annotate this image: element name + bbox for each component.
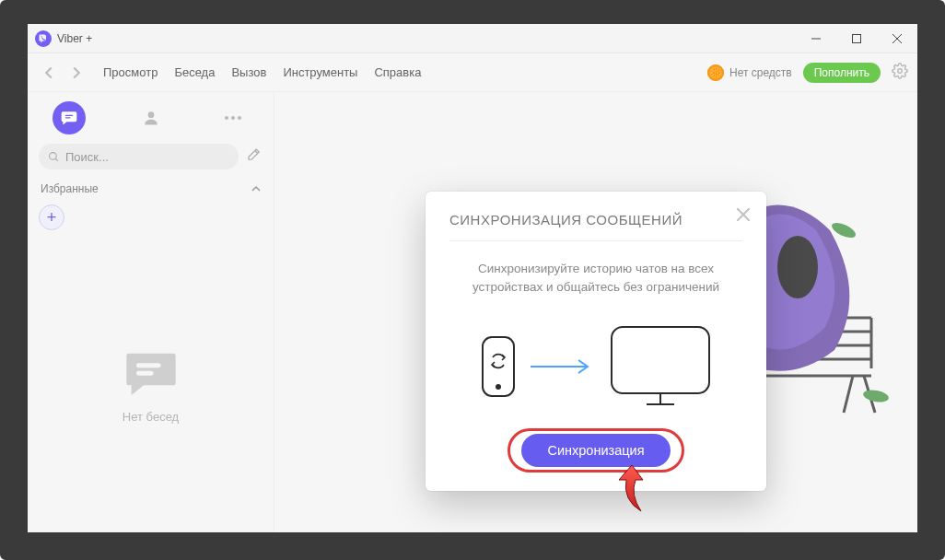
window-title: Viber + [57, 32, 92, 45]
add-favorite-button[interactable]: + [39, 204, 64, 230]
empty-label: Нет бесед [122, 410, 179, 424]
menu-tools[interactable]: Инструменты [283, 65, 357, 79]
tab-more[interactable] [216, 101, 250, 134]
menu-chat[interactable]: Беседа [174, 65, 215, 79]
svg-point-4 [898, 68, 903, 73]
sync-button[interactable]: Синхронизация [521, 434, 670, 467]
modal-close-button[interactable] [737, 208, 750, 225]
svg-point-8 [50, 152, 57, 159]
menu-help[interactable]: Справка [374, 65, 421, 79]
favorites-section[interactable]: Избранные [28, 177, 274, 201]
svg-point-19 [496, 385, 500, 389]
toolbar: Просмотр Беседа Вызов Инструменты Справк… [28, 53, 917, 92]
sync-modal: СИНХРОНИЗАЦИЯ СООБЩЕНИЙ Синхронизируйте … [426, 192, 766, 491]
compose-button[interactable] [246, 146, 262, 167]
sidebar: Поиск... Избранные + Нет бесед [28, 92, 274, 532]
modal-title: СИНХРОНИЗАЦИЯ СООБЩЕНИЙ [449, 212, 742, 241]
sync-illustration [449, 325, 742, 408]
empty-chats: Нет бесед [28, 234, 274, 532]
svg-point-7 [147, 111, 154, 118]
modal-body: Синхронизируйте историю чатов на всех ус… [449, 241, 742, 303]
app-window: Viber + Просмотр Беседа Вызов Инструмент… [28, 24, 917, 532]
credit-status[interactable]: Нет средств [707, 64, 792, 81]
credit-label: Нет средств [729, 66, 792, 79]
arrow-right-icon [531, 358, 595, 375]
content-area: здесь. Выберите контакт, чтобы начать ра… [274, 92, 917, 532]
svg-rect-6 [64, 117, 70, 118]
chat-bubble-icon [122, 344, 181, 402]
svg-rect-5 [64, 115, 72, 116]
modal-overlay: СИНХРОНИЗАЦИЯ СООБЩЕНИЙ Синхронизируйте … [274, 92, 917, 532]
tab-chats[interactable] [52, 101, 86, 134]
search-placeholder: Поиск... [65, 150, 109, 164]
favorites-label: Избранные [41, 182, 99, 195]
menu-view[interactable]: Просмотр [103, 65, 158, 79]
window-minimize-button[interactable] [796, 24, 836, 53]
window-maximize-button[interactable] [836, 24, 877, 53]
annotation-cursor-icon [613, 463, 659, 515]
svg-rect-11 [136, 370, 154, 375]
credit-icon [707, 64, 724, 81]
svg-rect-1 [853, 34, 861, 42]
menu-call[interactable]: Вызов [231, 65, 266, 79]
window-close-button[interactable] [877, 24, 917, 53]
svg-line-9 [55, 158, 58, 161]
nav-forward-button[interactable] [64, 61, 88, 85]
search-input[interactable]: Поиск... [39, 144, 239, 169]
chevron-up-icon [251, 184, 261, 193]
main-area: Поиск... Избранные + Нет бесед [28, 92, 917, 532]
topup-button[interactable]: Пополнить [803, 63, 881, 83]
settings-button[interactable] [892, 63, 908, 83]
viber-logo-icon [35, 30, 52, 47]
nav-back-button[interactable] [37, 61, 61, 85]
tab-contacts[interactable] [134, 101, 168, 134]
titlebar: Viber + [28, 24, 917, 53]
svg-rect-21 [612, 327, 709, 393]
svg-rect-10 [136, 363, 161, 368]
